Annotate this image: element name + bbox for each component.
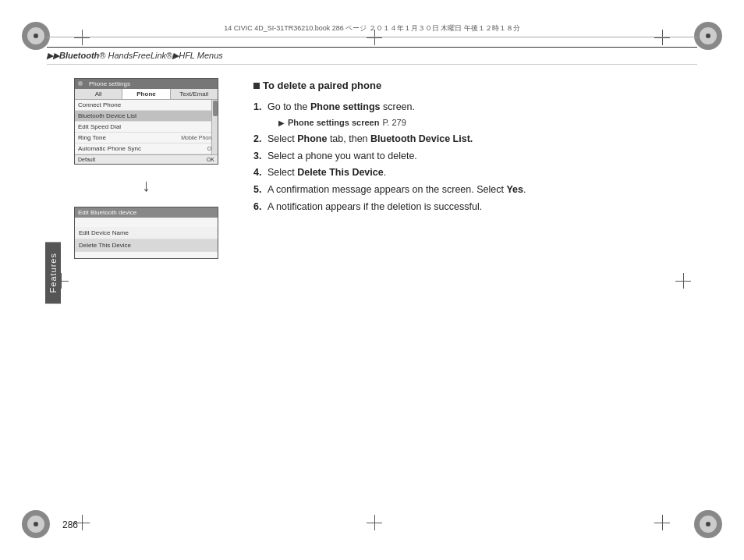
step-5: 5. A confirmation message appears on the…	[253, 183, 666, 197]
screen1-footer: Default OK	[75, 154, 218, 164]
left-panel: Phone settings All Phone Text/Email Conn…	[62, 62, 230, 513]
section-bullet	[253, 83, 260, 89]
scrollbar1-thumb	[213, 101, 218, 116]
tab-all[interactable]: All	[75, 89, 122, 99]
menu-connect-phone[interactable]: Connect Phone	[75, 100, 218, 111]
screen1-tabs: All Phone Text/Email	[75, 89, 218, 100]
menu-edit-speed-dial[interactable]: Edit Speed Dial	[75, 122, 218, 133]
crosshair-bot-center	[367, 515, 382, 530]
scrollbar1[interactable]	[211, 100, 218, 154]
corner-decoration-bl	[22, 510, 50, 538]
screen1: Phone settings All Phone Text/Email Conn…	[74, 78, 218, 165]
step-4: 4. Select Delete This Device.	[253, 165, 666, 180]
menu-bluetooth-device-list[interactable]: Bluetooth Device List	[75, 111, 218, 122]
corner-decoration-tr	[694, 22, 722, 50]
screen1-mockup: Phone settings All Phone Text/Email Conn…	[74, 78, 218, 165]
section-title: To delete a paired phone	[253, 78, 666, 94]
screen2-mockup: Edit Bluetooth device Edit Device Name D…	[74, 207, 218, 259]
screen1-header: Phone settings	[75, 79, 218, 89]
tab-textemail[interactable]: Text/Email	[171, 89, 218, 99]
page-number: 286	[62, 519, 78, 530]
sub-note: ▶ Phone settings screen P. 279	[278, 116, 666, 129]
tab-phone[interactable]: Phone	[122, 89, 170, 99]
step-1-sub: ▶ Phone settings screen P. 279	[253, 116, 666, 129]
arrow-down-icon: ↓	[142, 175, 151, 196]
footer-ok: OK	[207, 157, 214, 162]
footer-default: Default	[78, 157, 95, 162]
menu-edit-device-name[interactable]: Edit Device Name	[75, 227, 218, 239]
sub-note-arrow: ▶	[278, 117, 285, 129]
content-area: Phone settings All Phone Text/Email Conn…	[62, 62, 682, 513]
section-title-text: To delete a paired phone	[263, 78, 381, 94]
screen2-header: Edit Bluetooth device	[75, 207, 218, 218]
corner-decoration-tl	[22, 22, 50, 50]
breadcrumb-text: ▶▶Bluetooth® HandsFreeLink®▶HFL Menus	[47, 51, 223, 61]
crosshair-br	[654, 515, 670, 530]
sidebar-label: Features	[45, 242, 61, 303]
instruction-list: 1. Go to the Phone settings screen. ▶ Ph…	[253, 100, 666, 214]
screen2: Edit Bluetooth device Edit Device Name D…	[74, 207, 218, 259]
menu-delete-this-device[interactable]: Delete This Device	[75, 239, 218, 252]
right-panel: To delete a paired phone 1. Go to the Ph…	[230, 62, 682, 513]
corner-decoration-br	[694, 510, 722, 538]
step-1: 1. Go to the Phone settings screen.	[253, 100, 666, 115]
step-3: 3. Select a phone you want to delete.	[253, 149, 666, 164]
menu-auto-phone-sync[interactable]: Automatic Phone SyncOff	[75, 144, 218, 154]
step-2: 2. Select Phone tab, then Bluetooth Devi…	[253, 132, 666, 147]
screen1-title: Phone settings	[89, 80, 130, 87]
meta-text: 14 CIVIC 4D_SI-31TR36210.book 286 ページ ２０…	[224, 24, 520, 32]
step-6: 6. A notification appears if the deletio…	[253, 200, 666, 214]
menu-ring-tone[interactable]: Ring ToneMobile Phone	[75, 133, 218, 144]
meta-line: 14 CIVIC 4D_SI-31TR36210.book 286 ページ ２０…	[47, 23, 697, 37]
